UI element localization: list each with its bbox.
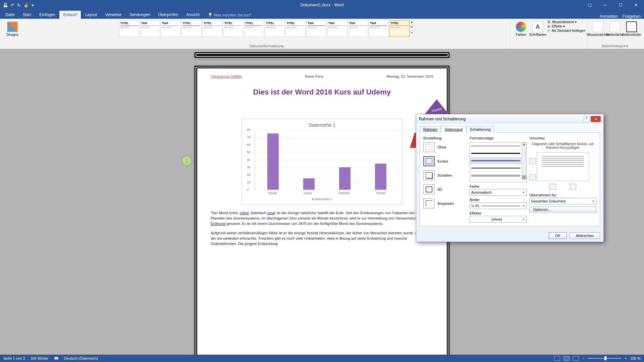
tab-ansicht[interactable]: Ansicht	[182, 11, 204, 19]
abbrechen-button[interactable]: Abbrechen	[570, 232, 600, 239]
style-gallery-item[interactable]: TitelÜberschrift 1――――――	[161, 20, 181, 37]
view-read-icon[interactable]	[554, 356, 560, 361]
colors-button[interactable]: Farben	[513, 20, 529, 37]
dialog-close-icon[interactable]: ✕	[591, 116, 601, 122]
undo-icon[interactable]: ↶	[11, 3, 14, 8]
style-gallery[interactable]: TITELÜberschrift 1――――――TitelÜberschrift…	[119, 20, 410, 37]
tell-me-placeholder: Was möchten Sie tun?	[214, 13, 251, 17]
style-gallery-item[interactable]: TITELÜberschrift 1――――――	[181, 20, 202, 37]
dialog-tabs: Rahmen Seitenrand Schattierung	[420, 126, 600, 133]
style-list-scrollbar[interactable]: ▲ ▼	[522, 142, 526, 179]
style-gallery-item[interactable]: TITELÜberschrift 1――――――	[389, 20, 410, 37]
touch-mode-icon[interactable]: ☝	[23, 3, 29, 8]
optionen-button[interactable]: Optionen...	[529, 206, 596, 213]
chart-container[interactable]: Datenreihe 1 01020304050607080 ToyotaLex…	[241, 119, 402, 204]
scrollbar-up-icon[interactable]: ▲	[522, 142, 526, 146]
status-spellcheck-icon[interactable]: 📖	[54, 356, 59, 361]
zoom-slider[interactable]	[588, 358, 621, 359]
tab-einfugen[interactable]: Einfügen	[35, 11, 59, 19]
tab-rahmen[interactable]: Rahmen	[420, 126, 441, 133]
tab-sendungen[interactable]: Sendungen	[125, 11, 154, 19]
option-kontur[interactable]: Kontur	[423, 156, 467, 166]
tab-start[interactable]: Start	[19, 11, 35, 19]
watermark-button[interactable]: Wasserzeichen	[590, 20, 606, 37]
status-page[interactable]: Seite 1 von 3	[3, 356, 25, 361]
link-mane[interactable]: mâne	[239, 211, 249, 215]
paragraph-spacing-button[interactable]: ☰ Absatzabstand ▾	[547, 20, 585, 24]
style-list[interactable]: ▲ ▼	[470, 142, 527, 182]
gallery-up-icon[interactable]: ▲	[410, 20, 414, 25]
close-icon[interactable]: ✕	[629, 3, 643, 7]
redo-icon[interactable]: ↻	[17, 3, 21, 8]
status-language[interactable]: Deutsch (Österreich)	[64, 356, 98, 361]
style-gallery-item[interactable]: TitelÜberschrift 1――――――	[306, 20, 326, 37]
style-gallery-item[interactable]: TitelÜberschrift 1――――――	[348, 20, 368, 37]
ribbon-display-icon[interactable]: ▢	[583, 3, 596, 7]
style-gallery-item[interactable]: TITELÜberschrift 1――――――	[202, 20, 222, 37]
set-default-button[interactable]: ✔ Als Standard festlegen	[547, 29, 585, 33]
view-web-icon[interactable]	[573, 356, 579, 361]
link-luna[interactable]: luna	[267, 211, 274, 215]
style-gallery-item[interactable]: TITELÜberschrift 1――――――	[119, 20, 139, 37]
tab-entwurf[interactable]: Entwurf	[59, 11, 81, 19]
save-icon[interactable]: 💾	[3, 3, 8, 8]
header-center: René Fürst	[305, 74, 323, 78]
combo-farbe[interactable]: Automatisch▼	[470, 189, 527, 196]
tab-layout[interactable]: Layout	[81, 11, 101, 19]
zoom-level[interactable]: 100 %	[630, 356, 641, 360]
combo-effekte[interactable]: (ohne)▼	[470, 216, 527, 223]
share-button[interactable]: Freigeben	[623, 14, 641, 19]
fonts-button[interactable]: A Schriftarten	[529, 20, 546, 37]
style-gallery-item[interactable]: TITELÜberschrift 1――――――	[223, 20, 243, 37]
effects-button[interactable]: ◎ Effekte ▾	[547, 24, 585, 28]
label-effekte: Effekte:	[470, 211, 527, 215]
option-ohne[interactable]: Ohne	[423, 142, 467, 152]
style-gallery-item[interactable]: TitelÜberschrift 1――――――	[140, 20, 160, 37]
quick-access-toolbar: 💾 ↶ ↻ ☝ ▾	[0, 3, 34, 8]
pageborders-button[interactable]: Seitenränder	[623, 20, 640, 37]
status-bar: Seite 1 von 3 168 Wörter 📖 Deutsch (Öste…	[0, 355, 644, 362]
style-gallery-item[interactable]: TITELÜberschrift 1――――――	[244, 20, 264, 37]
scrollbar-down-icon[interactable]: ▼	[522, 176, 526, 179]
signin-button[interactable]: Anmelden	[600, 14, 618, 19]
dialog-help-icon[interactable]: ?	[583, 116, 589, 122]
style-gallery-item[interactable]: TitelÜberschrift 1――――――	[369, 20, 389, 37]
pagecolor-button[interactable]: Seitenfarbe	[606, 20, 623, 37]
edge-bottom-button[interactable]	[529, 174, 536, 180]
style-gallery-item[interactable]: TITELÜberschrift 1――――――	[285, 20, 306, 37]
view-print-icon[interactable]	[564, 356, 570, 361]
page-1[interactable]: Thinksecret GMBH René Fürst Montag, 02. …	[195, 66, 449, 355]
combo-breite[interactable]: ½ Pt.▼	[470, 202, 527, 209]
link-erdmond[interactable]: Erdmond	[211, 222, 226, 226]
style-gallery-item[interactable]: TitelÜberschrift 1――――――	[327, 20, 347, 37]
edge-left-button[interactable]	[549, 184, 556, 190]
option-schatten[interactable]: Schatten	[423, 170, 467, 180]
ribbon-content: Designs TITELÜberschrift 1――――――TitelÜbe…	[0, 19, 644, 49]
edge-top-button[interactable]	[529, 158, 536, 164]
zoom-in-button[interactable]: +	[625, 356, 627, 360]
tab-seitenrand[interactable]: Seitenrand	[441, 126, 466, 133]
combo-uebernehmen[interactable]: Gesamtes Dokument▼	[529, 198, 596, 204]
qat-customize-icon[interactable]: ▾	[32, 3, 34, 8]
zoom-thumb[interactable]	[604, 356, 606, 360]
tab-uberprufen[interactable]: Überprüfen	[154, 11, 182, 19]
style-gallery-item[interactable]: TITELÜberschrift 1――――――	[265, 20, 285, 37]
zoom-out-button[interactable]: −	[582, 356, 584, 360]
tab-datei[interactable]: Datei	[1, 11, 19, 19]
ok-button[interactable]: OK	[549, 232, 567, 239]
tab-verweise[interactable]: Verweise	[101, 11, 125, 19]
designs-button[interactable]: Designs	[4, 20, 21, 37]
edge-right-button[interactable]	[570, 184, 576, 190]
option-3d[interactable]: 3D	[423, 184, 467, 194]
dialog-titlebar[interactable]: Rahmen und Schattierung ? ✕	[416, 114, 603, 124]
preview-diagram[interactable]	[537, 152, 589, 181]
minimize-icon[interactable]: —	[598, 3, 612, 7]
maximize-icon[interactable]: ☐	[614, 3, 627, 7]
option-anpassen[interactable]: Anpassen	[423, 198, 467, 208]
tab-schattierung[interactable]: Schattierung	[466, 126, 494, 133]
status-words[interactable]: 168 Wörter	[30, 356, 48, 361]
gallery-scroll[interactable]: ▲ ▼ ▾	[410, 20, 414, 37]
gallery-down-icon[interactable]: ▼	[410, 25, 414, 31]
gallery-more-icon[interactable]: ▾	[410, 31, 414, 36]
tell-me-search[interactable]: 💡 Was möchten Sie tun?	[206, 11, 253, 19]
